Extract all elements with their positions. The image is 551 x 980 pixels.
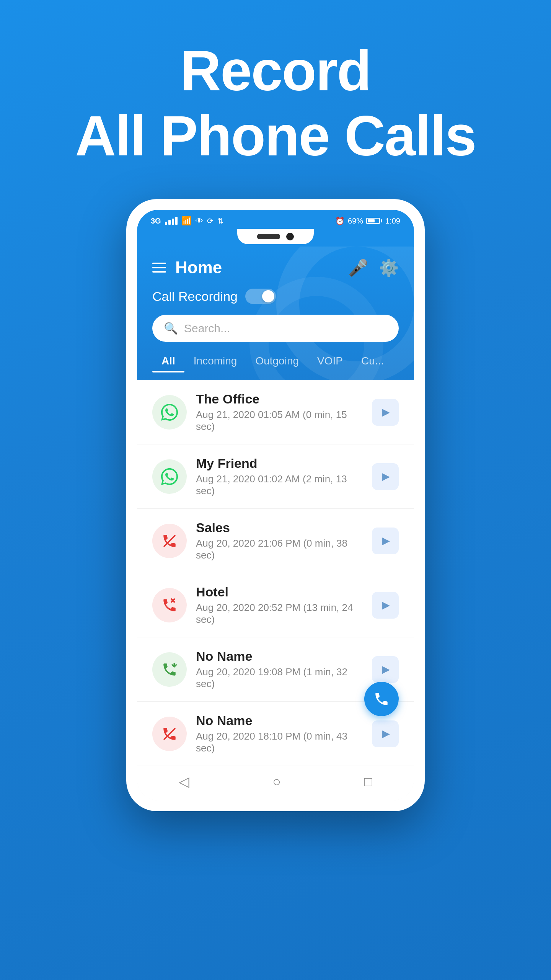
hero-title: Record All Phone Calls: [75, 38, 476, 168]
play-button[interactable]: ▶: [372, 399, 399, 426]
status-left: 3G 📶 👁 ⟳ ⇅: [151, 216, 224, 226]
play-button[interactable]: ▶: [372, 528, 399, 554]
play-button[interactable]: ▶: [372, 656, 399, 683]
search-bar[interactable]: 🔍 Search...: [152, 315, 399, 342]
call-name: The Office: [196, 392, 363, 407]
call-time: Aug 21, 2020 01:02 AM (2 min, 13 sec): [196, 473, 363, 497]
eye-icon: 👁: [196, 217, 203, 225]
network-indicator: 3G: [151, 217, 161, 225]
call-name: No Name: [196, 649, 363, 664]
sync-icon: ⟳: [207, 216, 214, 225]
call-time: Aug 20, 2020 18:10 PM (0 min, 43 sec): [196, 730, 363, 754]
play-icon: ▶: [382, 406, 390, 418]
app-title: Home: [175, 258, 222, 277]
call-item[interactable]: My Friend Aug 21, 2020 01:02 AM (2 min, …: [137, 444, 414, 509]
search-icon: 🔍: [164, 322, 178, 335]
phone-frame: 3G 📶 👁 ⟳ ⇅ ⏰ 69%: [126, 199, 425, 811]
notch: [237, 229, 314, 244]
call-name: Sales: [196, 520, 363, 535]
tab-incoming[interactable]: Incoming: [184, 351, 246, 371]
call-time: Aug 20, 2020 19:08 PM (1 min, 32 sec): [196, 666, 363, 690]
tab-voip[interactable]: VOIP: [308, 351, 352, 371]
avatar: [152, 395, 187, 430]
avatar: [152, 524, 187, 558]
call-recording-toggle[interactable]: [245, 289, 276, 304]
calls-list: The Office Aug 21, 2020 01:05 AM (0 min,…: [137, 380, 414, 766]
header-icons: 🎤 ⚙️: [348, 258, 399, 277]
play-icon: ▶: [382, 663, 390, 675]
play-icon: ▶: [382, 728, 390, 740]
call-info: No Name Aug 20, 2020 19:08 PM (1 min, 32…: [196, 649, 363, 690]
call-name: No Name: [196, 713, 363, 728]
call-time: Aug 20, 2020 21:06 PM (0 min, 38 sec): [196, 537, 363, 561]
mic-icon[interactable]: 🎤: [348, 258, 368, 277]
tab-custom[interactable]: Cu...: [352, 351, 393, 371]
bottom-nav: ◁ ○ □: [137, 766, 414, 800]
clock: 1:09: [385, 217, 400, 225]
battery-percent: 69%: [348, 217, 363, 225]
wifi-icon: 📶: [181, 216, 192, 226]
call-info: No Name Aug 20, 2020 18:10 PM (0 min, 43…: [196, 713, 363, 754]
call-info: My Friend Aug 21, 2020 01:02 AM (2 min, …: [196, 456, 363, 497]
header-left: Home: [152, 258, 222, 277]
call-name: My Friend: [196, 456, 363, 471]
avatar: [152, 588, 187, 622]
call-item[interactable]: Sales Aug 20, 2020 21:06 PM (0 min, 38 s…: [137, 509, 414, 573]
call-recording-row: Call Recording: [152, 289, 399, 304]
call-time: Aug 21, 2020 01:05 AM (0 min, 15 sec): [196, 409, 363, 433]
phone-mockup: 3G 📶 👁 ⟳ ⇅ ⏰ 69%: [126, 199, 425, 811]
phone-screen: 3G 📶 👁 ⟳ ⇅ ⏰ 69%: [137, 210, 414, 800]
notch-area: [137, 229, 414, 247]
toggle-thumb: [262, 290, 274, 302]
call-recording-label: Call Recording: [152, 289, 238, 304]
play-button[interactable]: ▶: [372, 720, 399, 747]
play-icon: ▶: [382, 535, 390, 547]
call-info: Sales Aug 20, 2020 21:06 PM (0 min, 38 s…: [196, 520, 363, 561]
play-button[interactable]: ▶: [372, 463, 399, 490]
home-nav-icon[interactable]: ○: [272, 774, 281, 790]
call-info: Hotel Aug 20, 2020 20:52 PM (13 min, 24 …: [196, 585, 363, 626]
call-item[interactable]: Hotel Aug 20, 2020 20:52 PM (13 min, 24 …: [137, 573, 414, 637]
notch-camera: [286, 233, 294, 240]
avatar: [152, 652, 187, 687]
tabs-row: All Incoming Outgoing VOIP Cu...: [152, 351, 399, 372]
app-header: Home 🎤 ⚙️ Call Recording 🔍 Search...: [137, 247, 414, 380]
hamburger-icon[interactable]: [152, 263, 166, 273]
call-time: Aug 20, 2020 20:52 PM (13 min, 24 sec): [196, 602, 363, 626]
call-info: The Office Aug 21, 2020 01:05 AM (0 min,…: [196, 392, 363, 433]
avatar: [152, 459, 187, 494]
signal-bars: [165, 217, 178, 225]
usb-icon: ⇅: [217, 216, 224, 225]
alarm-icon: ⏰: [335, 216, 345, 225]
notch-pill: [257, 234, 280, 239]
play-icon: ▶: [382, 599, 390, 611]
tab-all[interactable]: All: [152, 351, 184, 371]
fab-button[interactable]: [364, 682, 399, 716]
play-button[interactable]: ▶: [372, 592, 399, 619]
call-item[interactable]: The Office Aug 21, 2020 01:05 AM (0 min,…: [137, 380, 414, 444]
play-icon: ▶: [382, 470, 390, 482]
battery-icon: [366, 218, 382, 224]
tab-outgoing[interactable]: Outgoing: [246, 351, 308, 371]
header-top: Home 🎤 ⚙️: [152, 258, 399, 277]
avatar: [152, 717, 187, 751]
recents-nav-icon[interactable]: □: [364, 774, 373, 790]
status-right: ⏰ 69% 1:09: [335, 216, 400, 225]
search-placeholder: Search...: [184, 322, 230, 335]
call-name: Hotel: [196, 585, 363, 599]
back-nav-icon[interactable]: ◁: [179, 774, 189, 790]
status-bar: 3G 📶 👁 ⟳ ⇅ ⏰ 69%: [137, 210, 414, 229]
gear-icon[interactable]: ⚙️: [379, 258, 399, 277]
